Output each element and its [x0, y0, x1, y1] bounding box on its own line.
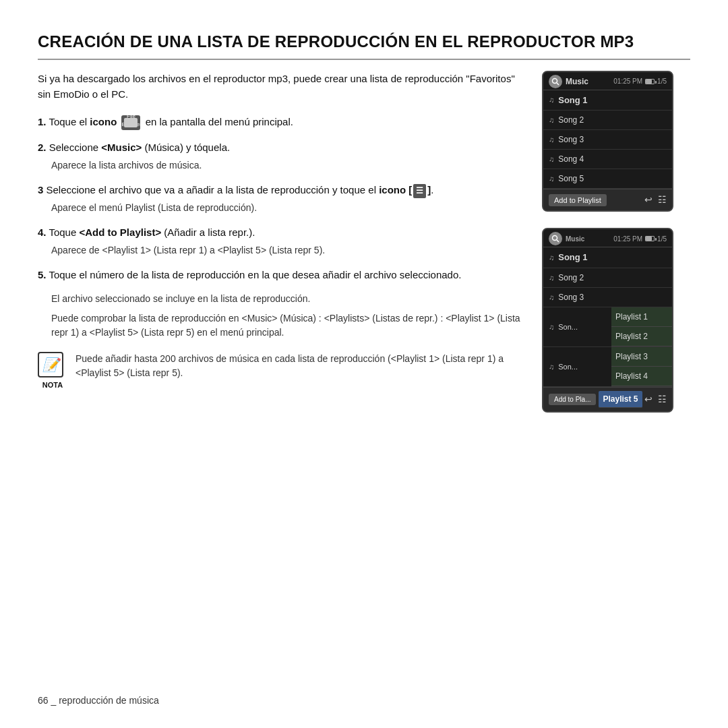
device-footer-2: Add to Pla... Playlist 5 ↩ ☷: [543, 387, 672, 411]
device-song-row-1[interactable]: ♫ Song 1: [543, 90, 672, 111]
add-to-playlist-btn[interactable]: Add to Playlist: [549, 194, 607, 206]
playlist-panel-2: Playlist 3 Playlist 4: [611, 347, 672, 386]
music-note-icon-5: ♫: [549, 173, 554, 185]
device-footer-1: Add to Playlist ↩ ☷: [543, 189, 672, 210]
music-label: <Music>: [101, 142, 142, 153]
song2-name-4: Son...: [558, 322, 578, 333]
file-browser-icon: File Browser: [121, 115, 140, 130]
note-icon-container: 📝 NOTA: [38, 352, 67, 391]
footer-section: reproducción de música: [59, 695, 159, 706]
step-2: 2. Seleccione <Music> (Música) y tóquela…: [38, 140, 520, 173]
step-number-2: 2.: [38, 142, 47, 153]
music-note2-1: ♫: [549, 252, 554, 264]
note-symbol-icon: 📝: [38, 352, 63, 377]
battery-icon-2: [645, 236, 655, 241]
content-area: Si ya ha descargado los archivos en el r…: [38, 71, 690, 413]
page-footer: 66 _ reproducción de música: [38, 694, 159, 708]
device-song-row-5[interactable]: ♫ Song 5: [543, 169, 672, 189]
add-to-playlist-btn-2[interactable]: Add to Pla...: [549, 394, 596, 405]
device-page-2: 1/5: [657, 234, 667, 244]
song2-name-5: Son...: [558, 361, 578, 373]
back-icon[interactable]: ↩: [644, 193, 653, 207]
device-header-1: Music 01:25 PM 1/5: [543, 72, 672, 90]
playlist-option-5: Playlist 5: [603, 393, 638, 405]
music-note-icon-4: ♫: [549, 154, 554, 165]
menu-list-icon-2[interactable]: ☷: [658, 392, 667, 406]
song-name-1: Song 1: [558, 94, 587, 107]
footer-separator: _: [51, 695, 59, 706]
device-header-2: Music 01:25 PM 1/5: [543, 229, 672, 247]
step-5-note1: El archivo seleccionado se incluye en la…: [51, 292, 520, 306]
step-number-1: 1.: [38, 116, 47, 127]
song-name-2: Song 2: [558, 114, 584, 126]
device-song-row2-2[interactable]: ♫ Song 2: [543, 268, 672, 288]
step-4: 4. Toque <Add to Playlist> (Añadir a lis…: [38, 224, 520, 257]
playlist-option-2: Playlist 2: [615, 330, 648, 342]
device-time-1: 01:25 PM: [613, 76, 642, 86]
device-header-right-2: 01:25 PM 1/5: [613, 234, 667, 244]
device-screen-1: Music 01:25 PM 1/5 ♫ Song 1 ♫ Song 2: [542, 71, 673, 212]
music-note2-3: ♫: [549, 292, 554, 303]
step-4-indent: Aparece de <Playlist 1> (Lista repr 1) a…: [51, 243, 520, 258]
device-title-2: Music: [566, 234, 584, 244]
step-5: 5. Toque el número de la lista de reprod…: [38, 267, 520, 282]
footer-left-2: Add to Pla... Playlist 5: [549, 391, 642, 408]
music-note-icon-2: ♫: [549, 115, 554, 126]
intro-paragraph: Si ya ha descargado los archivos en el r…: [38, 71, 520, 102]
step-5-note2: Puede comprobar la lista de reproducción…: [51, 311, 520, 340]
device-search-icon-2: [549, 232, 562, 245]
playlist-option-1: Playlist 1: [615, 311, 648, 323]
music-note2-4: ♫: [549, 322, 554, 333]
device-song-row-4[interactable]: ♫ Song 4: [543, 150, 672, 169]
device-song-row2-5[interactable]: ♫ Son... Playlist 3 Playlist 4: [543, 347, 672, 387]
step-number-5: 5.: [38, 269, 47, 280]
playlist-panel-1: Playlist 1 Playlist 2: [611, 307, 672, 346]
playlist-row-2[interactable]: Playlist 2: [611, 327, 672, 346]
step-3: 3 Seleccione el archivo que va a añadir …: [38, 182, 520, 215]
device-song-row2-1[interactable]: ♫ Song 1: [543, 247, 672, 268]
page-number: 66: [38, 695, 49, 706]
device-song-row-2[interactable]: ♫ Song 2: [543, 111, 672, 130]
step-number-3: 3: [38, 184, 43, 195]
left-column: Si ya ha descargado los archivos en el r…: [38, 71, 520, 413]
song2-name-3: Song 3: [558, 291, 584, 303]
right-column: Music 01:25 PM 1/5 ♫ Song 1 ♫ Song 2: [542, 71, 690, 413]
device-song-row-3[interactable]: ♫ Song 3: [543, 130, 672, 150]
nota-label: NOTA: [38, 380, 67, 391]
song2-name-2: Song 2: [558, 272, 584, 284]
svg-line-1: [557, 83, 559, 85]
step-number-4: 4.: [38, 226, 47, 238]
song-name-3: Song 3: [558, 133, 584, 146]
device-title-1: Music: [566, 75, 588, 88]
device-song-row2-3[interactable]: ♫ Song 3: [543, 288, 672, 307]
page-title: CREACIÓN DE UNA LISTA DE REPRODUCCIÓN EN…: [38, 32, 690, 52]
playlist-row-4[interactable]: Playlist 4: [611, 367, 672, 386]
music-note2-5: ♫: [549, 361, 554, 373]
nota-text: Puede añadir hasta 200 archivos de músic…: [75, 352, 520, 380]
device-header-left-2: Music: [549, 232, 584, 245]
music-note-icon-1: ♫: [549, 94, 554, 106]
step-3-indent: Aparece el menú Playlist (Lista de repro…: [51, 201, 520, 216]
svg-line-3: [557, 240, 559, 242]
icon-label-1: icono: [90, 116, 117, 127]
menu-icon: ☰: [413, 184, 426, 198]
playlist-row-5[interactable]: Playlist 5: [599, 391, 642, 408]
playlist-row-1[interactable]: Playlist 1: [611, 307, 672, 327]
back-icon-2[interactable]: ↩: [644, 392, 653, 406]
step-1: 1. Toque el icono File Browser en la pan…: [38, 114, 520, 130]
menu-list-icon[interactable]: ☷: [658, 193, 667, 207]
song2-name-1: Song 1: [558, 251, 587, 264]
device-song-row2-4[interactable]: ♫ Son... Playlist 1 Playlist 2: [543, 307, 672, 347]
song-name-5: Song 5: [558, 173, 584, 185]
music-note-icon-3: ♫: [549, 134, 554, 146]
device-screen-2: Music 01:25 PM 1/5 ♫ Song 1 ♫ Song 2: [542, 228, 673, 413]
playlist-row-3[interactable]: Playlist 3: [611, 347, 672, 367]
device-page-1: 1/5: [657, 76, 667, 86]
device-search-icon: [549, 75, 562, 88]
device-song5-left: ♫ Son...: [543, 358, 611, 376]
step-2-indent: Aparece la lista archivos de música.: [51, 158, 520, 173]
footer-icons-2: ↩ ☷: [644, 392, 667, 406]
music-note2-2: ♫: [549, 272, 554, 284]
song-name-4: Song 4: [558, 153, 584, 165]
playlist-option-3: Playlist 3: [615, 351, 648, 363]
